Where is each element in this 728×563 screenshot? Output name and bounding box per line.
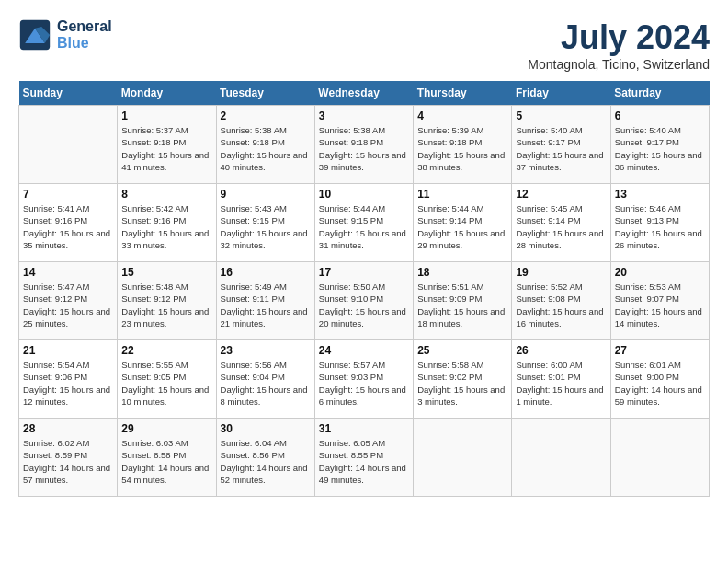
day-info: Sunrise: 6:00 AMSunset: 9:01 PMDaylight:… xyxy=(516,359,606,408)
weekday-header: Saturday xyxy=(610,81,709,106)
day-info: Sunrise: 5:43 AMSunset: 9:15 PMDaylight:… xyxy=(221,202,311,251)
calendar-cell: 3Sunrise: 5:38 AMSunset: 9:18 PMDaylight… xyxy=(314,106,413,184)
day-number: 4 xyxy=(417,109,507,122)
calendar-week-row: 7Sunrise: 5:41 AMSunset: 9:16 PMDaylight… xyxy=(19,184,710,262)
day-number: 24 xyxy=(319,344,409,357)
day-number: 28 xyxy=(23,422,113,435)
calendar-table: SundayMondayTuesdayWednesdayThursdayFrid… xyxy=(18,81,710,497)
calendar-cell: 4Sunrise: 5:39 AMSunset: 9:18 PMDaylight… xyxy=(414,106,512,184)
calendar-cell: 21Sunrise: 5:54 AMSunset: 9:06 PMDayligh… xyxy=(19,340,118,419)
day-number: 26 xyxy=(516,344,606,357)
day-info: Sunrise: 5:40 AMSunset: 9:17 PMDaylight:… xyxy=(615,124,705,173)
day-info: Sunrise: 5:41 AMSunset: 9:16 PMDaylight:… xyxy=(23,202,113,251)
day-info: Sunrise: 5:38 AMSunset: 9:18 PMDaylight:… xyxy=(319,124,409,173)
page-header: General Blue July 2024 Montagnola, Ticin… xyxy=(18,18,710,72)
day-info: Sunrise: 5:46 AMSunset: 9:13 PMDaylight:… xyxy=(615,202,705,251)
day-info: Sunrise: 6:02 AMSunset: 8:59 PMDaylight:… xyxy=(23,437,113,486)
day-info: Sunrise: 5:58 AMSunset: 9:02 PMDaylight:… xyxy=(417,359,507,408)
day-info: Sunrise: 5:40 AMSunset: 9:17 PMDaylight:… xyxy=(516,124,606,173)
day-number: 27 xyxy=(615,344,705,357)
day-info: Sunrise: 5:37 AMSunset: 9:18 PMDaylight:… xyxy=(121,124,211,173)
day-number: 1 xyxy=(121,109,211,122)
calendar-cell: 6Sunrise: 5:40 AMSunset: 9:17 PMDaylight… xyxy=(610,106,709,184)
calendar-week-row: 1Sunrise: 5:37 AMSunset: 9:18 PMDaylight… xyxy=(19,106,710,184)
day-number: 5 xyxy=(516,109,606,122)
day-number: 29 xyxy=(121,422,211,435)
calendar-cell: 20Sunrise: 5:53 AMSunset: 9:07 PMDayligh… xyxy=(610,262,709,340)
calendar-cell: 18Sunrise: 5:51 AMSunset: 9:09 PMDayligh… xyxy=(414,262,512,340)
calendar-cell: 9Sunrise: 5:43 AMSunset: 9:15 PMDaylight… xyxy=(216,184,314,262)
calendar-cell: 8Sunrise: 5:42 AMSunset: 9:16 PMDaylight… xyxy=(118,184,216,262)
day-number: 7 xyxy=(23,188,113,201)
calendar-cell: 11Sunrise: 5:44 AMSunset: 9:14 PMDayligh… xyxy=(414,184,512,262)
day-number: 15 xyxy=(121,266,211,279)
day-info: Sunrise: 5:45 AMSunset: 9:14 PMDaylight:… xyxy=(516,202,606,251)
calendar-week-row: 28Sunrise: 6:02 AMSunset: 8:59 PMDayligh… xyxy=(19,419,710,497)
day-info: Sunrise: 5:38 AMSunset: 9:18 PMDaylight:… xyxy=(221,124,311,173)
logo-icon xyxy=(18,18,51,52)
day-number: 19 xyxy=(516,266,606,279)
day-number: 17 xyxy=(319,266,409,279)
weekday-header: Thursday xyxy=(414,81,512,106)
calendar-cell: 5Sunrise: 5:40 AMSunset: 9:17 PMDaylight… xyxy=(512,106,610,184)
day-info: Sunrise: 6:01 AMSunset: 9:00 PMDaylight:… xyxy=(615,359,705,408)
day-number: 12 xyxy=(516,188,606,201)
day-number: 6 xyxy=(615,109,705,122)
calendar-cell: 28Sunrise: 6:02 AMSunset: 8:59 PMDayligh… xyxy=(19,419,118,497)
day-number: 9 xyxy=(221,188,311,201)
calendar-cell: 22Sunrise: 5:55 AMSunset: 9:05 PMDayligh… xyxy=(118,340,216,419)
day-info: Sunrise: 6:03 AMSunset: 8:58 PMDaylight:… xyxy=(121,437,211,486)
day-info: Sunrise: 5:47 AMSunset: 9:12 PMDaylight:… xyxy=(23,281,113,329)
calendar-header-row: SundayMondayTuesdayWednesdayThursdayFrid… xyxy=(19,81,710,106)
day-info: Sunrise: 5:50 AMSunset: 9:10 PMDaylight:… xyxy=(319,281,409,329)
weekday-header: Sunday xyxy=(19,81,118,106)
calendar-cell: 24Sunrise: 5:57 AMSunset: 9:03 PMDayligh… xyxy=(314,340,413,419)
calendar-week-row: 14Sunrise: 5:47 AMSunset: 9:12 PMDayligh… xyxy=(19,262,710,340)
title-block: July 2024 Montagnola, Ticino, Switzerlan… xyxy=(528,18,710,72)
calendar-cell: 12Sunrise: 5:45 AMSunset: 9:14 PMDayligh… xyxy=(512,184,610,262)
day-number: 10 xyxy=(319,188,409,201)
day-number: 21 xyxy=(23,344,113,357)
day-info: Sunrise: 5:48 AMSunset: 9:12 PMDaylight:… xyxy=(121,281,211,329)
calendar-cell: 2Sunrise: 5:38 AMSunset: 9:18 PMDaylight… xyxy=(216,106,314,184)
logo-text: General Blue xyxy=(57,18,112,52)
day-number: 30 xyxy=(221,422,311,435)
day-info: Sunrise: 5:49 AMSunset: 9:11 PMDaylight:… xyxy=(221,281,311,329)
day-number: 31 xyxy=(319,422,409,435)
calendar-cell: 31Sunrise: 6:05 AMSunset: 8:55 PMDayligh… xyxy=(314,419,413,497)
day-info: Sunrise: 5:53 AMSunset: 9:07 PMDaylight:… xyxy=(615,281,705,329)
day-number: 3 xyxy=(319,109,409,122)
day-number: 20 xyxy=(615,266,705,279)
calendar-cell: 27Sunrise: 6:01 AMSunset: 9:00 PMDayligh… xyxy=(610,340,709,419)
calendar-cell: 30Sunrise: 6:04 AMSunset: 8:56 PMDayligh… xyxy=(216,419,314,497)
day-info: Sunrise: 6:05 AMSunset: 8:55 PMDaylight:… xyxy=(319,437,409,486)
day-info: Sunrise: 5:44 AMSunset: 9:14 PMDaylight:… xyxy=(417,202,507,251)
calendar-cell: 14Sunrise: 5:47 AMSunset: 9:12 PMDayligh… xyxy=(19,262,118,340)
day-number: 11 xyxy=(417,188,507,201)
calendar-cell: 17Sunrise: 5:50 AMSunset: 9:10 PMDayligh… xyxy=(314,262,413,340)
day-info: Sunrise: 5:39 AMSunset: 9:18 PMDaylight:… xyxy=(417,124,507,173)
month-year: July 2024 xyxy=(528,18,710,57)
calendar-cell: 16Sunrise: 5:49 AMSunset: 9:11 PMDayligh… xyxy=(216,262,314,340)
day-info: Sunrise: 5:52 AMSunset: 9:08 PMDaylight:… xyxy=(516,281,606,329)
day-info: Sunrise: 5:42 AMSunset: 9:16 PMDaylight:… xyxy=(121,202,211,251)
weekday-header: Wednesday xyxy=(314,81,413,106)
weekday-header: Friday xyxy=(512,81,610,106)
weekday-header: Tuesday xyxy=(216,81,314,106)
day-info: Sunrise: 5:57 AMSunset: 9:03 PMDaylight:… xyxy=(319,359,409,408)
calendar-cell: 29Sunrise: 6:03 AMSunset: 8:58 PMDayligh… xyxy=(118,419,216,497)
calendar-cell: 13Sunrise: 5:46 AMSunset: 9:13 PMDayligh… xyxy=(610,184,709,262)
day-number: 23 xyxy=(221,344,311,357)
calendar-week-row: 21Sunrise: 5:54 AMSunset: 9:06 PMDayligh… xyxy=(19,340,710,419)
calendar-cell: 1Sunrise: 5:37 AMSunset: 9:18 PMDaylight… xyxy=(118,106,216,184)
day-number: 2 xyxy=(221,109,311,122)
calendar-cell: 25Sunrise: 5:58 AMSunset: 9:02 PMDayligh… xyxy=(414,340,512,419)
calendar-cell xyxy=(610,419,709,497)
logo: General Blue xyxy=(18,18,112,52)
calendar-cell xyxy=(19,106,118,184)
calendar-cell: 26Sunrise: 6:00 AMSunset: 9:01 PMDayligh… xyxy=(512,340,610,419)
day-number: 16 xyxy=(221,266,311,279)
day-info: Sunrise: 6:04 AMSunset: 8:56 PMDaylight:… xyxy=(221,437,311,486)
calendar-cell xyxy=(414,419,512,497)
day-number: 25 xyxy=(417,344,507,357)
